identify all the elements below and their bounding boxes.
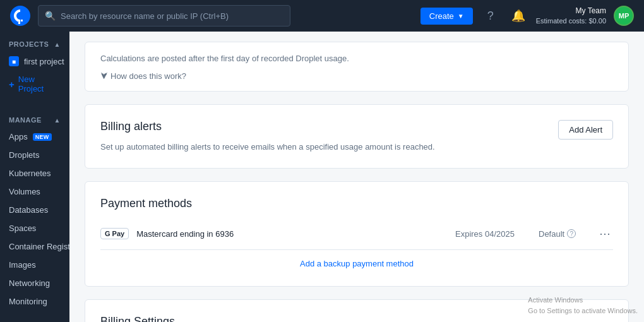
kubernetes-label: Kubernetes [9,169,51,178]
create-label: Create [429,11,454,21]
billing-alerts-desc: Set up automated billing alerts to recei… [100,141,558,153]
projects-section-header: PROJECTS ▲ [0,32,69,52]
payment-default: Default ? [539,229,589,239]
projects-collapse-icon[interactable]: ▲ [54,41,61,48]
sidebar-item-spaces[interactable]: Spaces [0,219,69,237]
payment-expires: Expires 04/2025 [455,229,531,239]
sidebar-item-kubernetes[interactable]: Kubernetes [0,164,69,182]
calc-note: Calculations are posted after the first … [100,52,613,65]
apps-label: Apps [9,132,28,141]
billing-alerts-title: Billing alerts [100,120,558,133]
sidebar-item-apps[interactable]: Apps NEW [0,128,69,146]
plus-icon: + [9,79,15,90]
default-help-icon[interactable]: ? [567,229,576,238]
billing-alerts-left: Billing alerts Set up automated billing … [100,120,558,153]
sidebar-item-images[interactable]: Images [0,256,69,274]
payment-row: G Pay Mastercard ending in 6936 Expires … [100,218,613,250]
billing-settings-card: Billing Settings ADDRESS This address ap… [85,299,629,322]
billing-settings-title: Billing Settings [100,315,613,322]
project-name: first project [24,57,64,66]
sidebar-item-droplets[interactable]: Droplets [0,146,69,164]
images-label: Images [9,260,36,270]
spaces-label: Spaces [9,224,36,233]
new-project-label: New Project [18,75,61,93]
logo[interactable] [10,6,30,26]
topnav: 🔍 Create ▼ ? 🔔 My Team Estimated costs: … [0,0,644,32]
create-button[interactable]: Create ▼ [420,8,473,25]
sidebar-item-monitoring[interactable]: Monitoring [0,292,69,311]
sidebar-item-volumes[interactable]: Volumes [0,182,69,201]
sidebar-item-first-project[interactable]: ■ first project [0,52,69,71]
usage-note-card: Calculations are posted after the first … [85,42,629,92]
search-bar[interactable]: 🔍 [38,5,290,27]
gpay-badge: G Pay [100,228,129,239]
manage-collapse-icon[interactable]: ▲ [54,117,61,124]
estimated-cost: Estimated costs: $0.00 [536,16,606,26]
chevron-down-icon: ▼ [458,13,464,20]
svg-rect-1 [18,20,20,21]
sidebar-item-networking[interactable]: Networking [0,274,69,292]
how-does-this-work-link[interactable]: ⮟ How does this work? [100,71,613,81]
monitoring-label: Monitoring [9,297,47,306]
svg-rect-2 [21,20,23,21]
droplets-label: Droplets [9,150,39,160]
payment-menu-button[interactable]: ⋯ [597,227,613,241]
notifications-button[interactable]: 🔔 [508,6,528,26]
billing-alerts-header: Billing alerts Set up automated billing … [100,120,613,153]
team-name: My Team [576,6,606,16]
networking-label: Networking [9,278,50,288]
sidebar-item-container-registry[interactable]: Container Registry [0,237,69,256]
avatar[interactable]: MP [614,6,634,26]
add-backup-payment-link[interactable]: Add a backup payment method [100,250,613,271]
layout: PROJECTS ▲ ■ first project + New Project… [0,32,644,322]
add-alert-button[interactable]: Add Alert [558,120,613,140]
chevron-right-icon: ⮟ [100,71,108,80]
databases-label: Databases [9,205,48,215]
sidebar: PROJECTS ▲ ■ first project + New Project… [0,32,69,322]
project-icon: ■ [9,56,19,66]
topnav-right: Create ▼ ? 🔔 My Team Estimated costs: $0… [420,6,634,26]
payment-methods-title: Payment methods [100,197,613,210]
team-info: My Team Estimated costs: $0.00 [536,6,606,26]
manage-section-header: MANAGE ▲ [0,107,69,128]
svg-rect-3 [18,22,20,24]
billing-alerts-card: Billing alerts Set up automated billing … [85,104,629,169]
apps-new-badge: NEW [33,133,52,141]
sidebar-item-new-project[interactable]: + New Project [0,71,69,97]
help-button[interactable]: ? [480,6,501,26]
sidebar-item-databases[interactable]: Databases [0,201,69,219]
payment-methods-card: Payment methods G Pay Mastercard ending … [85,181,629,287]
main-content: Calculations are posted after the first … [69,32,644,322]
search-icon: 🔍 [45,11,56,21]
volumes-label: Volumes [9,187,40,196]
container-registry-label: Container Registry [9,242,69,251]
search-input[interactable] [61,11,283,21]
payment-card-info: Mastercard ending in 6936 [136,229,448,239]
